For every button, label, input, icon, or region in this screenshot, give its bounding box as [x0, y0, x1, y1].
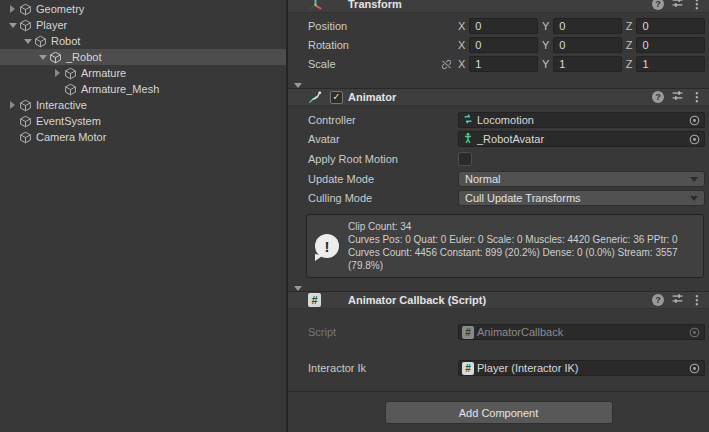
foldout-collapsed-icon[interactable]	[51, 69, 64, 77]
foldout-collapsed-icon[interactable]	[6, 101, 19, 109]
hierarchy-item-label: Player	[36, 19, 67, 31]
rotation-x-input[interactable]: 0	[469, 37, 538, 53]
animator-controller-icon	[462, 113, 474, 127]
animator-enabled-checkbox[interactable]: ✓	[330, 91, 343, 104]
object-picker-icon[interactable]	[688, 362, 701, 375]
hierarchy-panel: Geometry Player Robot _Robot Armature Ar…	[0, 0, 286, 432]
axis-x-label: X	[458, 39, 465, 51]
controller-value: Locomotion	[477, 114, 534, 126]
culling-mode-value: Cull Update Transforms	[465, 192, 581, 204]
object-picker-icon[interactable]	[688, 114, 701, 127]
foldout-expanded-icon[interactable]	[294, 291, 302, 309]
axis-y-label: Y	[542, 58, 549, 70]
help-icon[interactable]: ?	[652, 91, 664, 103]
interactor-ik-row: Interactor Ik # Player (Interactor IK)	[308, 360, 705, 376]
info-line: Curves Count: 4456 Constant: 899 (20.2%)…	[348, 246, 695, 272]
transform-header[interactable]: Transform ? ⋮	[288, 0, 709, 13]
script-icon: #	[308, 293, 321, 307]
scale-y-input[interactable]: 1	[553, 56, 622, 72]
hierarchy-item-eventsystem[interactable]: EventSystem	[0, 113, 286, 129]
scale-z-input[interactable]: 1	[636, 56, 705, 72]
gameobject-cube-icon	[19, 3, 32, 16]
update-mode-dropdown[interactable]: Normal	[458, 171, 705, 187]
axis-y-label: Y	[542, 39, 549, 51]
hierarchy-item-armature[interactable]: Armature	[0, 65, 286, 81]
apply-root-motion-row: Apply Root Motion	[308, 151, 705, 167]
axis-x-label: X	[458, 20, 465, 32]
avatar-object-field[interactable]: _RobotAvatar	[458, 131, 705, 147]
avatar-label: Avatar	[308, 133, 458, 145]
component-title: Animator Callback (Script)	[348, 294, 486, 306]
link-off-icon[interactable]	[440, 58, 453, 71]
chevron-down-icon	[690, 177, 698, 182]
help-icon[interactable]: ?	[652, 0, 664, 10]
presets-icon[interactable]	[671, 88, 684, 106]
culling-mode-label: Culling Mode	[308, 192, 458, 204]
scale-row: Scale X 1 Y 1 Z 1	[308, 56, 705, 72]
culling-mode-dropdown[interactable]: Cull Update Transforms	[458, 190, 705, 206]
position-label: Position	[308, 20, 458, 32]
gameobject-cube-icon	[19, 115, 32, 128]
rotation-label: Rotation	[308, 39, 458, 51]
position-y-input[interactable]: 0	[553, 18, 622, 34]
object-picker-icon[interactable]	[688, 133, 701, 146]
hierarchy-item-geometry[interactable]: Geometry	[0, 1, 286, 17]
rotation-z-input[interactable]: 0	[636, 37, 705, 53]
animator-callback-header[interactable]: # Animator Callback (Script) ? ⋮	[288, 291, 709, 309]
interactor-ik-label: Interactor Ik	[308, 362, 458, 374]
animator-icon	[308, 90, 323, 105]
add-component-button[interactable]: Add Component	[385, 401, 613, 424]
presets-icon[interactable]	[671, 0, 684, 13]
foldout-expanded-icon[interactable]	[294, 88, 302, 106]
hierarchy-item-interactive[interactable]: Interactive	[0, 97, 286, 113]
chevron-down-icon	[690, 196, 698, 201]
apply-root-motion-label: Apply Root Motion	[308, 153, 458, 165]
hierarchy-item-robot-selected[interactable]: _Robot	[0, 49, 286, 65]
controller-object-field[interactable]: Locomotion	[458, 112, 705, 128]
culling-mode-row: Culling Mode Cull Update Transforms	[308, 190, 705, 206]
component-title: Animator	[348, 91, 396, 103]
foldout-collapsed-icon[interactable]	[6, 5, 19, 13]
kebab-menu-icon[interactable]: ⋮	[691, 91, 703, 103]
hierarchy-item-player[interactable]: Player	[0, 17, 286, 33]
hierarchy-item-label: Robot	[51, 35, 80, 47]
controller-label: Controller	[308, 114, 458, 126]
update-mode-label: Update Mode	[308, 173, 458, 185]
avatar-value: _RobotAvatar	[477, 133, 544, 145]
foldout-expanded-icon[interactable]	[6, 23, 19, 28]
hierarchy-item-label: Camera Motor	[36, 131, 106, 143]
kebab-menu-icon[interactable]: ⋮	[691, 294, 703, 306]
gameobject-cube-icon	[49, 51, 62, 64]
script-row: Script # AnimatorCallback	[308, 324, 705, 340]
script-object-field[interactable]: # AnimatorCallback	[458, 324, 705, 340]
animator-header[interactable]: ✓ Animator ? ⋮	[288, 88, 709, 106]
script-value: AnimatorCallback	[477, 326, 563, 338]
gameobject-cube-icon	[64, 83, 77, 96]
presets-icon[interactable]	[671, 291, 684, 309]
update-mode-value: Normal	[465, 173, 500, 185]
interactor-ik-object-field[interactable]: # Player (Interactor IK)	[458, 360, 705, 376]
info-line: Clip Count: 34	[348, 220, 695, 233]
hierarchy-item-label: Interactive	[36, 99, 87, 111]
object-picker-icon[interactable]	[688, 326, 701, 339]
foldout-expanded-icon[interactable]	[21, 39, 34, 44]
apply-root-motion-checkbox[interactable]	[458, 152, 472, 166]
interactor-ik-value: Player (Interactor IK)	[477, 362, 578, 374]
position-z-input[interactable]: 0	[636, 18, 705, 34]
transform-tool-icon	[308, 0, 323, 12]
rotation-y-input[interactable]: 0	[553, 37, 622, 53]
hierarchy-item-label: _Robot	[66, 51, 101, 63]
scale-x-input[interactable]: 1	[469, 56, 538, 72]
position-x-input[interactable]: 0	[469, 18, 538, 34]
avatar-icon	[462, 132, 474, 146]
help-icon[interactable]: ?	[652, 294, 664, 306]
kebab-menu-icon[interactable]: ⋮	[691, 0, 703, 10]
hierarchy-item-robot[interactable]: Robot	[0, 33, 286, 49]
axis-z-label: Z	[626, 20, 633, 32]
hierarchy-item-armature-mesh[interactable]: Armature_Mesh	[0, 81, 286, 97]
foldout-expanded-icon[interactable]	[294, 0, 302, 13]
hierarchy-item-label: Armature	[81, 67, 126, 79]
hierarchy-item-camera-motor[interactable]: Camera Motor	[0, 129, 286, 145]
foldout-expanded-icon[interactable]	[36, 55, 49, 60]
rotation-row: Rotation X 0 Y 0 Z 0	[308, 37, 705, 53]
